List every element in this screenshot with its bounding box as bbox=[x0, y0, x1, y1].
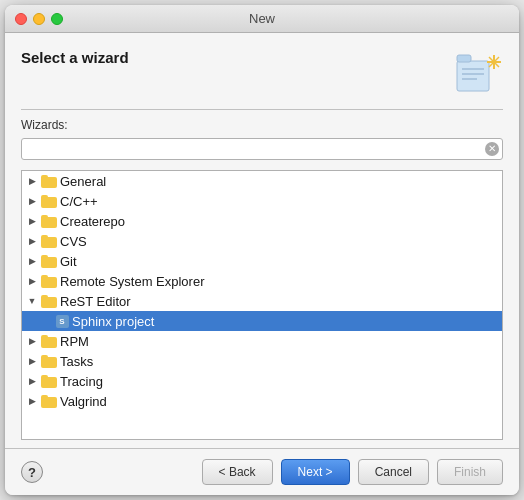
expand-arrow-cvs: ▶ bbox=[26, 235, 38, 247]
help-button[interactable]: ? bbox=[21, 461, 43, 483]
folder-icon-tracing bbox=[41, 375, 57, 388]
folder-icon-cvs bbox=[41, 235, 57, 248]
wizard-tree[interactable]: ▶ General ▶ C/C++ ▶ bbox=[21, 170, 503, 440]
wizards-section: Wizards: ✕ bbox=[5, 110, 519, 164]
search-input[interactable] bbox=[21, 138, 503, 160]
search-wrapper: ✕ bbox=[21, 138, 503, 160]
folder-icon-remote bbox=[41, 275, 57, 288]
header-section: Select a wizard bbox=[5, 33, 519, 109]
svg-rect-1 bbox=[457, 55, 471, 62]
titlebar: New bbox=[5, 5, 519, 33]
expand-arrow-sphinx bbox=[40, 315, 52, 327]
tree-label-git: Git bbox=[60, 254, 77, 269]
back-button[interactable]: < Back bbox=[202, 459, 273, 485]
tree-label-sphinx: Sphinx project bbox=[72, 314, 154, 329]
tree-item-general[interactable]: ▶ General bbox=[22, 171, 502, 191]
clear-icon: ✕ bbox=[488, 144, 496, 154]
tree-item-valgrind[interactable]: ▶ Valgrind bbox=[22, 391, 502, 411]
expand-arrow-git: ▶ bbox=[26, 255, 38, 267]
tree-label-cvs: CVS bbox=[60, 234, 87, 249]
content-area: Select a wizard bbox=[5, 33, 519, 495]
wizards-label: Wizards: bbox=[21, 118, 503, 132]
expand-arrow-createrepo: ▶ bbox=[26, 215, 38, 227]
tree-item-remote[interactable]: ▶ Remote System Explorer bbox=[22, 271, 502, 291]
folder-icon-cpp bbox=[41, 195, 57, 208]
minimize-button[interactable] bbox=[33, 13, 45, 25]
tree-item-createrepo[interactable]: ▶ Createrepo bbox=[22, 211, 502, 231]
expand-arrow-remote: ▶ bbox=[26, 275, 38, 287]
tree-label-valgrind: Valgrind bbox=[60, 394, 107, 409]
sphinx-icon: S bbox=[55, 314, 69, 329]
folder-icon-createrepo bbox=[41, 215, 57, 228]
folder-icon-rest bbox=[41, 295, 57, 308]
expand-arrow-general: ▶ bbox=[26, 175, 38, 187]
tree-label-createrepo: Createrepo bbox=[60, 214, 125, 229]
tree-item-cpp[interactable]: ▶ C/C++ bbox=[22, 191, 502, 211]
tree-label-rpm: RPM bbox=[60, 334, 89, 349]
traffic-lights bbox=[15, 13, 63, 25]
tree-label-general: General bbox=[60, 174, 106, 189]
maximize-button[interactable] bbox=[51, 13, 63, 25]
footer: ? < Back Next > Cancel Finish bbox=[5, 449, 519, 495]
page-title: Select a wizard bbox=[21, 49, 129, 66]
action-buttons: < Back Next > Cancel Finish bbox=[202, 459, 503, 485]
tree-item-sphinx[interactable]: S Sphinx project bbox=[22, 311, 502, 331]
search-clear-button[interactable]: ✕ bbox=[485, 142, 499, 156]
tree-label-cpp: C/C++ bbox=[60, 194, 98, 209]
expand-arrow-tracing: ▶ bbox=[26, 375, 38, 387]
wizard-icon bbox=[451, 47, 503, 99]
folder-icon-tasks bbox=[41, 355, 57, 368]
folder-icon-rpm bbox=[41, 335, 57, 348]
tree-item-git[interactable]: ▶ Git bbox=[22, 251, 502, 271]
main-window: New Select a wizard bbox=[5, 5, 519, 495]
tree-label-rest: ReST Editor bbox=[60, 294, 131, 309]
close-button[interactable] bbox=[15, 13, 27, 25]
tree-label-tasks: Tasks bbox=[60, 354, 93, 369]
expand-arrow-rpm: ▶ bbox=[26, 335, 38, 347]
tree-item-rest[interactable]: ▼ ReST Editor bbox=[22, 291, 502, 311]
expand-arrow-cpp: ▶ bbox=[26, 195, 38, 207]
folder-icon-git bbox=[41, 255, 57, 268]
tree-item-cvs[interactable]: ▶ CVS bbox=[22, 231, 502, 251]
finish-button[interactable]: Finish bbox=[437, 459, 503, 485]
sphinx-letter: S bbox=[59, 317, 64, 326]
svg-rect-0 bbox=[457, 61, 489, 91]
cancel-button[interactable]: Cancel bbox=[358, 459, 429, 485]
window-title: New bbox=[249, 11, 275, 26]
expand-arrow-rest: ▼ bbox=[26, 295, 38, 307]
folder-icon-valgrind bbox=[41, 395, 57, 408]
folder-icon-general bbox=[41, 175, 57, 188]
tree-item-tracing[interactable]: ▶ Tracing bbox=[22, 371, 502, 391]
next-button[interactable]: Next > bbox=[281, 459, 350, 485]
expand-arrow-valgrind: ▶ bbox=[26, 395, 38, 407]
tree-item-tasks[interactable]: ▶ Tasks bbox=[22, 351, 502, 371]
expand-arrow-tasks: ▶ bbox=[26, 355, 38, 367]
tree-item-rpm[interactable]: ▶ RPM bbox=[22, 331, 502, 351]
tree-label-remote: Remote System Explorer bbox=[60, 274, 205, 289]
tree-label-tracing: Tracing bbox=[60, 374, 103, 389]
